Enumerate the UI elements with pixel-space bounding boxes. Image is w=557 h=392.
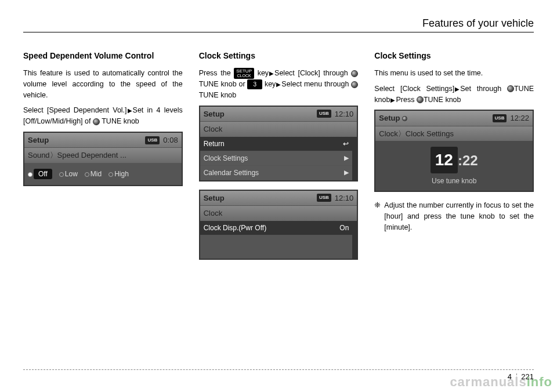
para-clock-steps: Press the SETUPCLOCK key▶Select [Clock] … (199, 68, 359, 101)
heading-clock-settings-1: Clock Settings (199, 50, 359, 62)
watermark-part2: info (527, 375, 552, 389)
screen-title: Setup (204, 193, 225, 204)
note-adjust: ❈ Adjust the number currently in focus t… (374, 200, 534, 233)
radio-icon (59, 172, 64, 177)
chevron-right-icon: ▶ (344, 168, 349, 177)
menu-label: Clock Settings (204, 153, 248, 164)
arrow-icon: ▶ (276, 80, 281, 89)
text-fragment: Select [Speed Dependent Vol.] (23, 106, 127, 114)
page-header: Features of your vehicle (23, 17, 534, 32)
tune-knob-icon (351, 81, 358, 88)
screen-breadcrumb: Sound〉Speed Dependent ... (24, 147, 182, 163)
option-off: Off (34, 169, 52, 179)
screen-header: Setup USB 12:22 (375, 111, 533, 126)
menu-row-return: Return ↩ (200, 137, 353, 151)
tune-knob-icon (417, 96, 424, 103)
screen-title: Setup (204, 108, 225, 120)
radio-icon (85, 172, 89, 177)
text-fragment: key (258, 69, 269, 77)
tune-knob-icon (351, 70, 358, 77)
screen-title: Setup (28, 135, 49, 146)
clock-hour: 12 (431, 147, 458, 173)
option-high: High (114, 170, 129, 178)
menu-label: Return (204, 139, 225, 149)
chevron-right-icon: ▶ (344, 153, 349, 163)
note-text: Adjust the number currently in focus to … (384, 200, 534, 233)
note-symbol: ❈ (374, 200, 381, 233)
text-fragment: Set through (460, 85, 507, 93)
column-1: Speed Dependent Volume Control This feat… (23, 50, 183, 268)
text-fragment: key (265, 80, 276, 88)
usb-badge: USB (317, 110, 331, 118)
text-fragment: Press the (199, 69, 234, 77)
text-fragment: TUNE knob or (199, 80, 248, 88)
para-clock-desc: This menu is used to set the time. (374, 68, 534, 79)
tune-knob-icon (93, 118, 100, 125)
text-fragment: Select [Clock Settings] (374, 85, 454, 93)
text-fragment: Press (396, 96, 416, 104)
scrollbar (352, 137, 357, 180)
footer-divider (23, 369, 534, 370)
watermark-part1: carmanuals (450, 375, 526, 389)
para-clock-set-steps: Select [Clock Settings]▶Set through TUNE… (374, 84, 534, 106)
return-icon: ↩ (343, 139, 349, 149)
usb-badge: USB (493, 114, 507, 122)
usb-badge: USB (317, 194, 331, 202)
phone-icon (402, 116, 407, 121)
scrollbar (352, 221, 357, 259)
setup-key-icon: SETUPCLOCK (234, 68, 254, 79)
para-speed-steps: Select [Speed Dependent Vol.]▶Set in 4 l… (23, 105, 183, 127)
screen-time: 0:08 (163, 135, 178, 146)
radio-selected-icon (28, 172, 32, 177)
usb-badge: USB (145, 136, 160, 144)
screen-speed-dependent: Setup USB 0:08 Sound〉Speed Dependent ...… (23, 132, 183, 186)
option-mid: Mid (91, 170, 102, 178)
column-3: Clock Settings This menu is used to set … (374, 50, 534, 268)
heading-clock-settings-2: Clock Settings (374, 50, 534, 62)
screen-clock-set-time: Setup USB 12:22 Clock〉Clock Settings 12:… (374, 110, 534, 192)
watermark: carmanualsinfo (450, 375, 552, 390)
number-key-icon: 3 (247, 79, 262, 89)
clock-display: 12:22 (375, 141, 533, 176)
tune-knob-icon (507, 85, 514, 92)
arrow-icon: ▶ (128, 106, 132, 115)
radio-icon (108, 172, 113, 177)
text-fragment: TUNE knob (199, 91, 237, 99)
content-columns: Speed Dependent Volume Control This feat… (23, 50, 534, 268)
arrow-icon: ▶ (455, 85, 460, 93)
screen-clock-disp: Setup USB 12:10 Clock Clock Disp.(Pwr Of… (199, 190, 359, 260)
text-fragment: Select menu through (281, 80, 351, 88)
menu-row-clock-settings: Clock Settings ▶ (200, 151, 353, 166)
option-low: Low (65, 170, 78, 178)
menu-label: Calendar Settings (204, 168, 259, 178)
screen-time: 12:10 (335, 108, 354, 120)
menu-row-clock-disp: Clock Disp.(Pwr Off) On (200, 221, 353, 235)
arrow-icon: ▶ (269, 69, 274, 78)
text-fragment: TUNE knob (424, 96, 461, 104)
menu-row-calendar-settings: Calendar Settings ▶ (200, 166, 353, 180)
screen-breadcrumb: Clock〉Clock Settings (375, 126, 533, 141)
screen-time: 12:10 (335, 193, 354, 204)
text-fragment: Select [Clock] through (274, 69, 351, 77)
screen-time: 12:22 (510, 112, 529, 124)
chapter-title: Features of your vehicle (422, 17, 534, 29)
para-speed-desc: This feature is used to automatically co… (23, 68, 183, 100)
clock-minute: :22 (458, 153, 478, 168)
menu-label: Clock Disp.(Pwr Off) (204, 223, 266, 233)
screen-header: Setup USB 12:10 (200, 107, 357, 122)
screen-header: Setup USB 12:10 (200, 191, 357, 206)
screen-subtitle: Clock (200, 205, 357, 221)
options-row: Off Low Mid High (24, 163, 182, 185)
menu-value: On (339, 223, 349, 233)
arrow-icon: ▶ (390, 96, 395, 104)
screen-clock-menu: Setup USB 12:10 Clock Return ↩ Clock (199, 106, 359, 182)
screen-subtitle: Clock (200, 121, 357, 137)
heading-speed-volume: Speed Dependent Volume Control (23, 50, 183, 62)
clock-hint: Use tune knob (375, 176, 533, 191)
screen-header: Setup USB 0:08 (24, 133, 182, 148)
screen-title: Setup (379, 112, 407, 124)
column-2: Clock Settings Press the SETUPCLOCK key▶… (199, 50, 359, 268)
text-fragment: TUNE knob (102, 117, 139, 125)
